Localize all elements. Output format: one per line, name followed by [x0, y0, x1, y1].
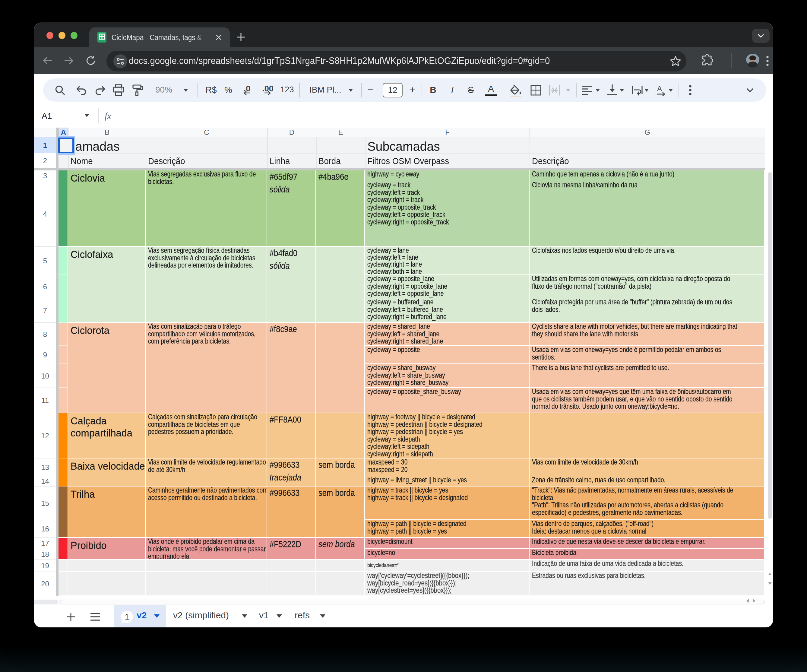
svg-text:1: 1: [125, 612, 129, 621]
svg-text:A: A: [657, 85, 662, 93]
